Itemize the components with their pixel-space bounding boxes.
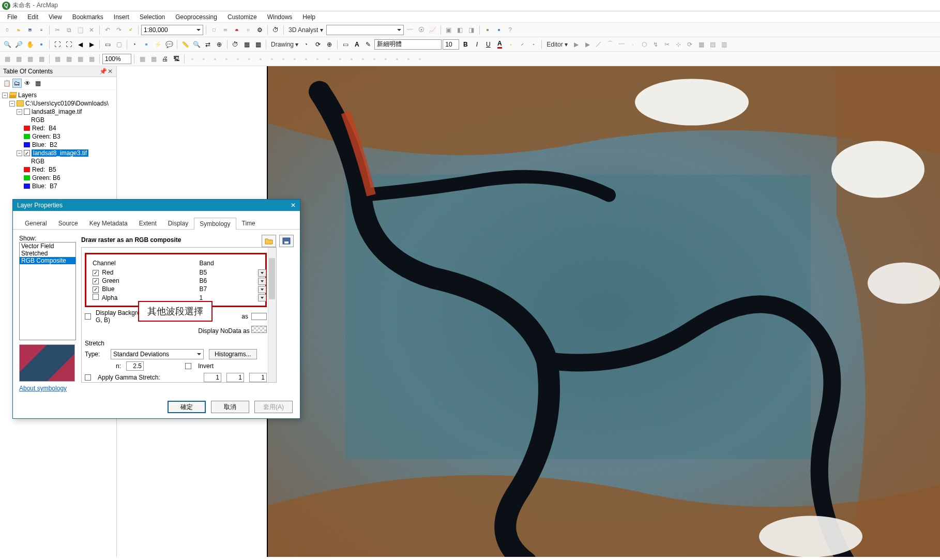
copy-button[interactable]: ⧉ [64,25,74,35]
gr-4[interactable]: ▦ [36,54,47,64]
misc-tool[interactable]: ▫ [415,54,425,64]
edit-annotation-button[interactable]: ▶ [582,39,593,50]
nodata-color-picker[interactable] [251,326,267,333]
gamma-r-input[interactable] [204,373,221,382]
tab-time[interactable]: Time [236,217,261,229]
menu-help[interactable]: Help [298,12,320,22]
python-button[interactable] [243,25,253,35]
viewer-window-button[interactable]: ▦ [241,39,252,50]
gr-10[interactable]: ▦ [148,54,159,64]
show-option-rgb-composite[interactable]: RGB Composite [20,257,75,264]
zoom-percent-combo[interactable]: 100% [102,54,131,64]
cancel-button[interactable]: 取消 [211,401,249,413]
draw-rotate-button[interactable]: ⟳ [313,39,323,50]
tab-general[interactable]: General [19,217,53,229]
n-value-input[interactable] [126,361,144,371]
bold-button[interactable]: B [460,39,471,50]
redo-button[interactable]: ↷ [114,25,124,35]
gamma-g-input[interactable] [226,373,244,382]
3d-analyst-layer-combo[interactable] [326,25,404,35]
expand-icon[interactable]: − [9,101,15,107]
prev-extent-button[interactable]: ◀ [75,39,85,50]
arc-segment-button[interactable]: ⌒ [605,39,615,50]
draw-rectangle-button[interactable]: ▭ [340,39,351,50]
expand-icon[interactable]: − [17,150,22,156]
cut-button[interactable]: ✂ [52,25,63,35]
tab-symbology[interactable]: Symbology [194,218,236,230]
tab-source[interactable]: Source [53,217,84,229]
misc-tool[interactable]: ▫ [221,54,232,64]
about-symbology-link[interactable]: About symbology [19,385,76,392]
gamma-b-input[interactable] [249,373,267,382]
layer-checkbox[interactable] [24,109,30,115]
histograms-button[interactable]: Histograms... [209,349,257,359]
gr-2[interactable]: ▦ [13,54,24,64]
misc-tool[interactable]: ▫ [301,54,311,64]
surface-tool-2[interactable]: ◧ [455,25,465,35]
band-alpha-value[interactable]: 1 [200,294,203,301]
list-by-source-icon[interactable]: 🗂 [12,79,22,88]
misc-tool[interactable]: ▫ [233,54,243,64]
misc-tool[interactable]: ▫ [335,54,345,64]
toolbox-button[interactable] [232,25,242,35]
print-button[interactable] [36,25,47,35]
split-button[interactable]: ⊹ [673,39,684,50]
band-blue-value[interactable]: B7 [200,285,207,293]
identify-button[interactable]: i [141,39,151,50]
gr-12[interactable]: 🏗 [171,54,181,64]
menu-edit[interactable]: Edit [23,12,42,22]
underline-button[interactable]: U [483,39,493,50]
help-button[interactable]: ? [505,25,516,35]
misc-tool[interactable]: ▫ [210,54,220,64]
band-green-dropdown[interactable] [258,278,266,285]
font-combo[interactable]: 新細明體 [374,39,442,50]
trace-button[interactable]: 〰 [616,39,627,50]
gr-8[interactable]: ▦ [86,54,97,64]
apply-button[interactable]: 套用(A) [254,401,293,413]
fill-color-button[interactable] [506,39,516,50]
gr-3[interactable]: ▦ [25,54,35,64]
draw-select-button[interactable] [301,39,312,50]
band-red-value[interactable]: B5 [200,269,207,276]
add-data-button[interactable]: + [125,25,135,35]
dialog-close-icon[interactable]: ✕ [291,202,296,209]
interpolate-line-button[interactable]: 〰 [405,25,415,35]
misc-tool[interactable]: ▫ [312,54,323,64]
edit-vertices-2-button[interactable]: ⬡ [639,39,649,50]
channel-alpha-checkbox[interactable] [93,294,99,300]
band-blue-dropdown[interactable] [258,286,266,293]
misc-tool[interactable]: ▫ [324,54,334,64]
find-button[interactable]: 🔍 [191,39,202,50]
zoom-out-button[interactable]: 🔎 [13,39,24,50]
show-list[interactable]: Vector Field Stretched RGB Composite [19,242,76,340]
save-button[interactable] [25,25,35,35]
full-extent-button[interactable] [36,39,47,50]
new-doc-button[interactable] [2,25,12,35]
select-elements-button[interactable] [130,39,140,50]
gr-6[interactable]: ▦ [64,54,74,64]
pan-button[interactable]: ✋ [25,39,35,50]
profile-graph-button[interactable]: 📈 [428,25,438,35]
tab-extent[interactable]: Extent [133,217,162,229]
drawing-menu-label[interactable]: Drawing ▾ [269,41,300,48]
editor-toolbar-icon[interactable] [209,25,219,35]
scrollbar[interactable] [268,248,276,382]
font-color-button[interactable]: A [494,39,505,50]
misc-tool[interactable]: ▫ [381,54,391,64]
channel-green-checkbox[interactable] [93,278,99,284]
list-by-selection-icon[interactable]: ▦ [33,79,42,88]
layer-checkbox[interactable] [24,150,30,156]
display-bg-checkbox[interactable] [85,313,91,320]
gr-7[interactable]: ▦ [75,54,85,64]
import-symbology-button[interactable] [262,235,276,247]
show-option-stretched[interactable]: Stretched [20,250,75,257]
bg-color-picker[interactable] [251,313,267,320]
menu-bookmarks[interactable]: Bookmarks [68,12,108,22]
tab-key-metadata[interactable]: Key Metadata [84,217,133,229]
marker-color-button[interactable] [528,39,539,50]
edit-tool-button[interactable]: ▶ [571,39,581,50]
sketch-properties-button[interactable]: ▤ [707,39,718,50]
straight-segment-button[interactable]: ／ [594,39,604,50]
measure-button[interactable]: 📏 [180,39,190,50]
gamma-checkbox[interactable] [85,374,91,381]
